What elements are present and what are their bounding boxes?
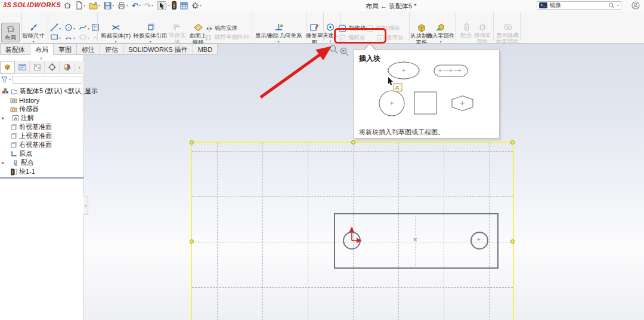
- configurationmanager-tab[interactable]: [30, 61, 45, 73]
- plane-icon: [10, 133, 17, 140]
- arc-caret-icon[interactable]: ▾: [73, 36, 75, 40]
- search-box[interactable]: >_ 镜像 ▾: [537, 1, 621, 10]
- redo-icon: ↷ ▾: [144, 1, 153, 10]
- smart-dimension-caret-icon[interactable]: ▾: [32, 40, 34, 44]
- gear-icon[interactable]: ▾: [191, 2, 202, 10]
- filter-caret-icon[interactable]: ▾: [9, 78, 11, 81]
- selection-handle[interactable]: [510, 140, 515, 144]
- centerpoint-plus-marker: +: [477, 237, 481, 243]
- circle-tool-icon[interactable]: [64, 23, 73, 32]
- open-icon[interactable]: ▾: [89, 2, 100, 10]
- options-table-icon[interactable]: [180, 2, 188, 10]
- sketch-hole-left[interactable]: [343, 232, 361, 250]
- show-hidden-components-icon: [503, 23, 512, 32]
- new-document-icon[interactable]: ▾: [75, 1, 85, 10]
- smart-dimension-button[interactable]: 智能尺寸 ▾: [20, 23, 47, 44]
- tree-item-history[interactable]: History: [0, 96, 83, 104]
- panel-splitter-handle[interactable]: [83, 196, 88, 215]
- tab-mbd[interactable]: MBD: [193, 44, 218, 55]
- spline-caret-icon[interactable]: ▾: [88, 26, 89, 30]
- save-caret-icon[interactable]: ▾: [112, 4, 114, 7]
- home-icon[interactable]: [63, 1, 72, 10]
- select-tool-icon[interactable]: [157, 1, 166, 10]
- tab-assembly[interactable]: 装配体: [0, 44, 30, 55]
- rectangle-tool-icon[interactable]: [50, 33, 58, 41]
- propertymanager-tab[interactable]: [15, 61, 30, 73]
- trim-entities-label: 剪裁实体(T): [101, 33, 131, 39]
- line-tool-icon[interactable]: [50, 23, 58, 32]
- tab-solidworks-addins[interactable]: SOLIDWORKS 插件: [123, 44, 193, 55]
- tree-item-top-plane[interactable]: 上视基准面: [0, 131, 83, 140]
- print-caret-icon[interactable]: ▾: [126, 4, 128, 7]
- menu-expand-icon[interactable]: ▸: [49, 2, 51, 7]
- open-caret-icon[interactable]: ▾: [98, 4, 100, 7]
- ellipse-caret-icon: ▾: [88, 36, 89, 40]
- new-caret-icon[interactable]: ▾: [83, 4, 85, 7]
- trim-caret-icon[interactable]: ▾: [114, 40, 116, 44]
- undo-icon[interactable]: ↶ ▾: [132, 1, 141, 10]
- zoom-fit-icon[interactable]: [329, 44, 339, 54]
- smart-dimension-label: 智能尺寸: [22, 33, 45, 39]
- convert-entities-label: 转换实体引用: [134, 33, 168, 39]
- tree-item-front-plane[interactable]: 前视基准面: [0, 122, 83, 131]
- tree-item-assembly-root[interactable]: 装配体5 (默认) <默认_显示: [0, 87, 83, 96]
- display-delete-relations-button[interactable]: 显示/删除几何关系 ▾: [253, 23, 304, 44]
- tree-item-origin[interactable]: 原点: [0, 149, 83, 158]
- work-area: ✕ + 插入块: [0, 44, 644, 320]
- spline-tool-icon[interactable]: [79, 23, 87, 32]
- line-caret-icon[interactable]: ▾: [59, 26, 61, 30]
- panel-tab-overflow-icon[interactable]: ›: [75, 61, 84, 73]
- insert-components-button[interactable]: 插入零部件 ▾: [426, 23, 455, 44]
- tree-item-sensors[interactable]: 传感器: [0, 104, 83, 113]
- search-caret-icon[interactable]: ▾: [617, 4, 619, 7]
- zoom-area-icon[interactable]: [339, 47, 349, 57]
- selection-handle[interactable]: [351, 140, 355, 144]
- history-icon: [10, 97, 17, 104]
- displaymanager-tab[interactable]: [60, 61, 75, 73]
- grid-line: [192, 151, 513, 152]
- plane-icon: [10, 141, 17, 149]
- selection-handle[interactable]: [190, 239, 194, 244]
- undo-caret-icon[interactable]: ▾: [139, 4, 141, 7]
- tree-item-mates[interactable]: ▸ 配合: [0, 158, 83, 167]
- move-component-button: 移动零部件: [472, 23, 493, 45]
- tree-filter-input[interactable]: [12, 76, 82, 84]
- mate-icon: [462, 23, 471, 32]
- arc-tool-icon[interactable]: [64, 33, 73, 41]
- relations-caret-icon[interactable]: ▾: [277, 40, 279, 44]
- dimxpertmanager-tab[interactable]: [45, 61, 60, 73]
- search-icon[interactable]: [608, 2, 615, 9]
- tab-evaluate[interactable]: 评估: [100, 44, 123, 55]
- search-input[interactable]: 镜像: [550, 1, 606, 10]
- user-icon[interactable]: [631, 1, 640, 10]
- gear-caret-icon[interactable]: ▾: [200, 4, 202, 7]
- mirror-entities-button[interactable]: 镜向实体: [205, 24, 237, 32]
- rollback-bar[interactable]: [0, 177, 83, 179]
- convert-caret-icon[interactable]: ▾: [149, 40, 151, 44]
- save-icon[interactable]: ▾: [104, 2, 114, 10]
- tab-sketch[interactable]: 草图: [54, 44, 77, 55]
- trim-entities-button[interactable]: 剪裁实体(T) ▾: [98, 23, 133, 44]
- selection-handle[interactable]: [190, 140, 194, 144]
- print-icon[interactable]: ▾: [117, 2, 128, 10]
- tree-item-right-plane[interactable]: 右视基准面: [0, 140, 83, 149]
- filter-funnel-icon[interactable]: [1, 76, 8, 83]
- panel-tab-bar: ›: [0, 61, 84, 74]
- tree-item-block[interactable]: 块1-1: [0, 167, 83, 176]
- quick-snaps-caret-icon[interactable]: ▾: [329, 39, 331, 43]
- layout-mode-button[interactable]: 布局: [1, 23, 20, 42]
- insert-components-caret-icon[interactable]: ▾: [439, 40, 441, 44]
- tab-markup[interactable]: 标注: [77, 44, 100, 55]
- featuremanager-tab[interactable]: [0, 61, 15, 73]
- rectangle-caret-icon[interactable]: ▾: [59, 36, 61, 40]
- tree-item-label: 原点: [19, 149, 32, 158]
- select-caret-icon[interactable]: ▾: [168, 4, 170, 7]
- tree-item-annotations[interactable]: ▸ A 注解: [0, 113, 83, 122]
- panel-grab-handle[interactable]: [0, 55, 83, 61]
- circle-caret-icon[interactable]: ▾: [73, 26, 75, 30]
- selection-handle[interactable]: [510, 239, 515, 244]
- convert-entities-button[interactable]: 转换实体引用 ▾: [132, 23, 169, 44]
- tree-item-label: 传感器: [19, 104, 39, 113]
- tab-layout[interactable]: 布局: [30, 44, 54, 55]
- rebuild-traffic-light-icon[interactable]: [172, 1, 177, 10]
